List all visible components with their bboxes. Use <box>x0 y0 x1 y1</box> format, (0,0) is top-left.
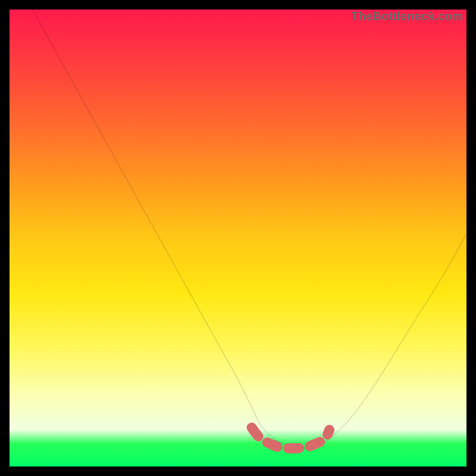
plot-area: TheBottleneck.com <box>10 10 466 466</box>
chart-svg <box>10 10 466 466</box>
ideal-range-marker <box>252 428 330 449</box>
chart-frame: TheBottleneck.com <box>0 0 476 476</box>
bottleneck-curve <box>32 10 466 449</box>
